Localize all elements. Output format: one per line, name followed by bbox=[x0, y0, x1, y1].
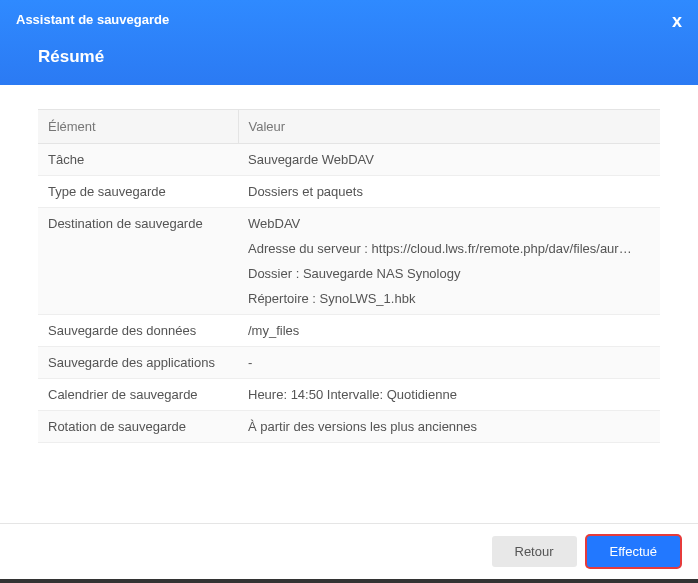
row-label: Rotation de sauvegarde bbox=[38, 411, 238, 443]
summary-table: Élément Valeur Tâche Sauvegarde WebDAV T… bbox=[38, 109, 660, 443]
row-label: Sauvegarde des applications bbox=[38, 347, 238, 379]
dest-server: Adresse du serveur : https://cloud.lws.f… bbox=[248, 236, 638, 261]
step-title: Résumé bbox=[16, 47, 682, 67]
table-row: Calendrier de sauvegarde Heure: 14:50 In… bbox=[38, 379, 660, 411]
summary-content: Élément Valeur Tâche Sauvegarde WebDAV T… bbox=[0, 85, 698, 523]
row-label: Type de sauvegarde bbox=[38, 176, 238, 208]
row-value: Heure: 14:50 Intervalle: Quotidienne bbox=[238, 379, 660, 411]
row-label: Calendrier de sauvegarde bbox=[38, 379, 238, 411]
row-value: À partir des versions les plus anciennes bbox=[238, 411, 660, 443]
col-header-element: Élément bbox=[38, 110, 238, 144]
table-row: Sauvegarde des données /my_files bbox=[38, 315, 660, 347]
wizard-header: Assistant de sauvegarde Résumé x bbox=[0, 0, 698, 85]
row-value: /my_files bbox=[238, 315, 660, 347]
row-value: Dossiers et paquets bbox=[238, 176, 660, 208]
done-button[interactable]: Effectué bbox=[587, 536, 680, 567]
col-header-value: Valeur bbox=[238, 110, 660, 144]
row-label: Tâche bbox=[38, 144, 238, 176]
window-title: Assistant de sauvegarde bbox=[16, 12, 682, 27]
wizard-footer: Retour Effectué bbox=[0, 523, 698, 579]
row-value: WebDAV Adresse du serveur : https://clou… bbox=[238, 208, 660, 315]
back-button[interactable]: Retour bbox=[492, 536, 577, 567]
table-row: Destination de sauvegarde WebDAV Adresse… bbox=[38, 208, 660, 315]
dest-directory: Répertoire : SynoLWS_1.hbk bbox=[248, 286, 650, 306]
row-label: Destination de sauvegarde bbox=[38, 208, 238, 315]
window-edge bbox=[0, 579, 698, 583]
table-row: Rotation de sauvegarde À partir des vers… bbox=[38, 411, 660, 443]
table-row: Sauvegarde des applications - bbox=[38, 347, 660, 379]
row-value: Sauvegarde WebDAV bbox=[238, 144, 660, 176]
table-row: Type de sauvegarde Dossiers et paquets bbox=[38, 176, 660, 208]
close-icon[interactable]: x bbox=[672, 12, 682, 30]
row-label: Sauvegarde des données bbox=[38, 315, 238, 347]
dest-protocol: WebDAV bbox=[248, 216, 650, 236]
row-value: - bbox=[238, 347, 660, 379]
dest-folder: Dossier : Sauvegarde NAS Synology bbox=[248, 261, 650, 286]
table-row: Tâche Sauvegarde WebDAV bbox=[38, 144, 660, 176]
